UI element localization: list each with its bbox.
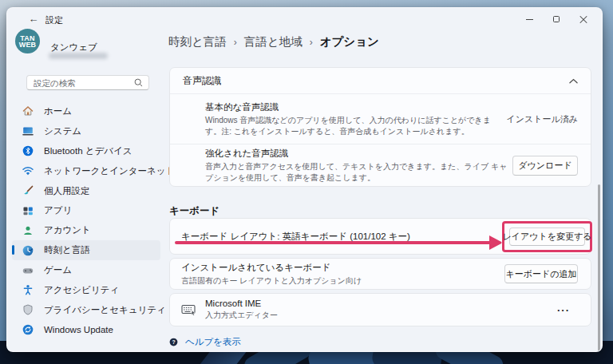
- sidebar-item-label: ネットワークとインターネット: [44, 165, 175, 177]
- sidebar-item-label: 時刻と言語: [44, 244, 90, 256]
- sidebar-nav: ホーム システム Bluetooth とデバイス ネットワークとインターネット …: [12, 101, 160, 340]
- close-button[interactable]: [570, 8, 597, 30]
- avatar-text: WEB: [19, 42, 37, 48]
- breadcrumb-separator: ›: [234, 37, 237, 48]
- accounts-icon: [22, 224, 34, 237]
- sidebar-item-home[interactable]: ホーム: [12, 101, 160, 121]
- change-layout-button[interactable]: レイアウトを変更する: [509, 228, 585, 246]
- breadcrumb-item-language-region[interactable]: 言語と地域: [244, 34, 303, 49]
- installed-keyboards-row: インストールされているキーボード 言語固有のキー レイアウトと入力オプション向け…: [169, 258, 591, 290]
- add-keyboard-button[interactable]: キーボードの追加: [504, 264, 578, 283]
- sidebar-item-label: アプリ: [44, 204, 72, 216]
- minimize-icon: [526, 19, 533, 20]
- sidebar-item-time-language[interactable]: 時刻と言語: [12, 240, 160, 260]
- enhanced-speech-row: 強化された音声認識 音声入力と音声アクセスを使用して、テキストを入力できます。ま…: [170, 144, 591, 186]
- basic-speech-title: 基本的な音声認識: [205, 101, 500, 113]
- annotation-arrow-line: [175, 241, 491, 244]
- enhanced-speech-title: 強化された音声認識: [205, 148, 512, 160]
- microsoft-ime-row: Microsoft IME 入力方式エディター ···: [169, 293, 591, 326]
- enhanced-speech-description: 音声入力と音声アクセスを使用して、テキストを入力できます。また、ライブ キャプシ…: [205, 161, 512, 182]
- accessibility-icon: [22, 283, 34, 296]
- installed-status: インストール済み: [506, 113, 578, 125]
- maximize-icon: [553, 16, 560, 22]
- page-title: オプション: [320, 34, 379, 49]
- sidebar-item-label: Windows Update: [44, 325, 113, 334]
- system-icon: [22, 125, 34, 137]
- more-options-icon[interactable]: ···: [557, 304, 570, 316]
- scrollbar[interactable]: [598, 184, 600, 352]
- breadcrumb-item-time-language[interactable]: 時刻と言語: [168, 34, 227, 49]
- sidebar-item-accessibility[interactable]: アクセシビリティ: [12, 280, 160, 300]
- ime-keyboard-icon: [181, 303, 197, 316]
- sidebar-item-network[interactable]: ネットワークとインターネット: [12, 161, 160, 181]
- close-icon: [579, 15, 587, 23]
- personalization-icon: [22, 184, 34, 197]
- breadcrumb: 時刻と言語 › 言語と地域 › オプション: [168, 34, 379, 49]
- sidebar-item-system[interactable]: システム: [12, 121, 160, 141]
- home-icon: [22, 105, 34, 117]
- sidebar-item-label: 個人用設定: [44, 185, 90, 197]
- search-box[interactable]: [26, 75, 149, 90]
- sidebar-item-privacy[interactable]: プライバシーとセキュリティ: [12, 300, 160, 320]
- svg-text:?: ?: [172, 339, 175, 345]
- bluetooth-icon: [22, 144, 34, 157]
- chevron-up-icon[interactable]: [569, 78, 578, 84]
- avatar[interactable]: TAN WEB: [15, 29, 40, 53]
- maximize-button[interactable]: [543, 8, 570, 30]
- minimize-button[interactable]: [516, 8, 543, 30]
- basic-speech-row: 基本的な音声認識 Windows 音声認識などのアプリを使用して、入力の代わりに…: [170, 94, 591, 144]
- sidebar-item-gaming[interactable]: ゲーム: [12, 260, 160, 280]
- sidebar-item-label: ホーム: [44, 105, 72, 117]
- sidebar-item-accounts[interactable]: アカウント: [12, 220, 160, 240]
- sidebar-item-bluetooth[interactable]: Bluetooth とデバイス: [12, 141, 160, 161]
- sidebar-item-apps[interactable]: アプリ: [12, 200, 160, 220]
- search-input[interactable]: [34, 78, 133, 88]
- back-button[interactable]: ←: [25, 12, 42, 26]
- download-button[interactable]: ダウンロード: [512, 156, 578, 176]
- network-icon: [22, 164, 34, 177]
- annotation-arrow-head: [489, 235, 503, 250]
- sidebar-item-label: ゲーム: [44, 264, 72, 276]
- help-icon: ?: [168, 337, 179, 347]
- sidebar-item-label: システム: [44, 125, 81, 137]
- sidebar-item-personalization[interactable]: 個人用設定: [12, 181, 160, 201]
- sidebar-item-label: Bluetooth とデバイス: [44, 145, 132, 157]
- sidebar-item-label: アクセシビリティ: [44, 284, 119, 296]
- gaming-icon: [22, 264, 34, 277]
- help-link-label[interactable]: ヘルプを表示: [185, 336, 241, 348]
- help-link-row[interactable]: ? ヘルプを表示: [168, 336, 241, 348]
- keyboard-section-header: キーボード: [169, 204, 219, 218]
- basic-speech-description: Windows 音声認識などのアプリを使用して、入力の代わりに話すことができます…: [205, 115, 500, 136]
- search-icon: [133, 77, 144, 88]
- speech-section-header: 音声認識: [183, 74, 569, 88]
- speech-recognition-card: 音声認識 基本的な音声認識 Windows 音声認識などのアプリを使用して、入力…: [169, 67, 591, 187]
- installed-keyboards-title: インストールされているキーボード: [181, 262, 504, 274]
- sidebar-item-windows-update[interactable]: Windows Update: [12, 320, 160, 340]
- sidebar-item-label: プライバシーとセキュリティ: [44, 304, 166, 316]
- installed-keyboards-description: 言語固有のキー レイアウトと入力オプション向け: [181, 275, 504, 286]
- window-title: 設定: [45, 14, 63, 26]
- ime-description: 入力方式エディター: [205, 310, 557, 320]
- user-email-redacted: [49, 53, 108, 59]
- sidebar-item-label: アカウント: [44, 224, 91, 236]
- user-name: タンウェブ: [50, 42, 97, 53]
- privacy-icon: [22, 303, 34, 316]
- titlebar: ← 設定: [7, 8, 602, 30]
- time-language-icon: [22, 244, 34, 257]
- back-icon: ←: [29, 13, 39, 25]
- speech-recognition-expander[interactable]: 音声認識: [170, 68, 591, 94]
- breadcrumb-separator: ›: [310, 37, 313, 48]
- ime-title: Microsoft IME: [205, 299, 557, 308]
- apps-icon: [22, 204, 34, 217]
- windows-update-icon: [22, 323, 34, 336]
- settings-window: ← 設定 TAN WEB タンウェブ ホーム システム Bluetooth とデ…: [6, 7, 603, 352]
